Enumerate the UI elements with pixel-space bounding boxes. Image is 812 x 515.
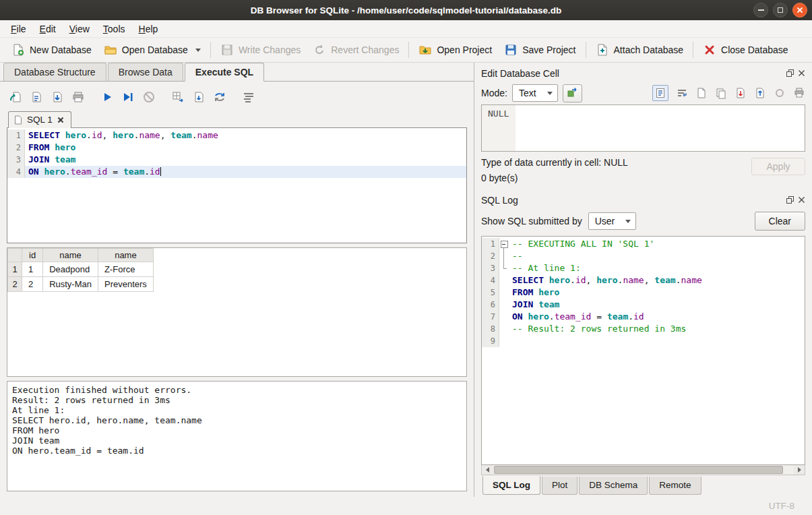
toolbar-separator bbox=[210, 42, 211, 58]
maximize-button[interactable] bbox=[773, 3, 788, 18]
scroll-track[interactable] bbox=[493, 465, 794, 475]
write-changes-button: Write Changes bbox=[214, 40, 307, 60]
cell-type-text: Type of data currently in cell: NULL bbox=[481, 157, 628, 168]
results-header: idnamename bbox=[8, 249, 154, 262]
apply-button: Apply bbox=[751, 158, 805, 175]
print-icon bbox=[71, 90, 85, 104]
message-line: SELECT hero.id, hero.name, team.name bbox=[12, 415, 462, 425]
open-sql-file-button[interactable] bbox=[28, 88, 45, 106]
close-database-icon bbox=[703, 43, 716, 57]
open-project-button[interactable]: Open Project bbox=[412, 40, 498, 60]
menu-edit[interactable]: Edit bbox=[33, 22, 63, 36]
save-sql-file-button[interactable] bbox=[49, 88, 66, 106]
scroll-right-button[interactable] bbox=[794, 465, 805, 475]
attach-database-button[interactable]: Attach Database bbox=[590, 40, 690, 60]
sql-file-tab[interactable]: SQL 1 bbox=[8, 111, 71, 128]
close-icon bbox=[797, 7, 803, 13]
dock-tab-remote[interactable]: Remote bbox=[649, 477, 701, 495]
menu-tools[interactable]: Tools bbox=[96, 22, 132, 36]
execution-message-log: Execution finished without errors.Result… bbox=[7, 381, 467, 491]
scroll-left-button[interactable] bbox=[482, 465, 493, 475]
open-database-button[interactable]: Open Database bbox=[98, 40, 207, 60]
close-panel-icon[interactable] bbox=[798, 196, 805, 204]
auto-detect-mode-button[interactable] bbox=[563, 84, 582, 102]
line-number: 4 bbox=[482, 274, 499, 286]
set-null-icon[interactable] bbox=[774, 87, 786, 99]
execute-all-button[interactable] bbox=[98, 88, 116, 106]
line-number: 8 bbox=[482, 323, 499, 335]
code-line: 1SELECT hero.id, hero.name, team.name bbox=[7, 129, 466, 142]
mode-combobox[interactable]: Text bbox=[512, 84, 558, 102]
open-document-icon[interactable] bbox=[695, 87, 708, 99]
titlebar[interactable]: DB Browser for SQLite - /home/user/code/… bbox=[0, 0, 812, 20]
clear-log-button[interactable]: Clear bbox=[755, 212, 805, 231]
line-number: 1 bbox=[7, 129, 25, 142]
float-panel-icon[interactable] bbox=[786, 69, 794, 77]
dock-tab-db-schema[interactable]: DB Schema bbox=[579, 477, 648, 495]
window-controls bbox=[753, 3, 807, 18]
close-sql-tab-icon[interactable] bbox=[57, 117, 64, 123]
result-cell[interactable]: Deadpond bbox=[43, 262, 98, 277]
row-number[interactable]: 2 bbox=[8, 277, 22, 292]
log-horizontal-scrollbar[interactable] bbox=[481, 465, 805, 475]
open-database-dropdown-icon[interactable] bbox=[195, 49, 201, 52]
menu-file[interactable]: File bbox=[4, 22, 33, 36]
float-panel-icon[interactable] bbox=[786, 196, 794, 204]
fold-column bbox=[499, 286, 509, 299]
column-header[interactable]: name bbox=[43, 249, 98, 262]
find-replace-button[interactable] bbox=[211, 88, 228, 106]
new-database-button[interactable]: New Database bbox=[5, 40, 98, 60]
save-results-icon bbox=[192, 90, 206, 104]
export-results-button[interactable] bbox=[169, 88, 187, 106]
column-header[interactable]: id bbox=[22, 249, 43, 262]
auto-detect-mode-icon bbox=[566, 87, 578, 99]
close-database-button[interactable]: Close Database bbox=[697, 40, 794, 60]
tab-browse-data[interactable]: Browse Data bbox=[108, 63, 183, 81]
minimize-button[interactable] bbox=[753, 3, 768, 18]
code-text: JOIN team bbox=[509, 299, 805, 311]
dock-tab-plot[interactable]: Plot bbox=[542, 477, 577, 495]
line-number: 7 bbox=[482, 311, 499, 323]
toolbar-separator bbox=[408, 42, 409, 58]
scroll-thumb[interactable] bbox=[494, 466, 783, 474]
import-cell-icon[interactable] bbox=[735, 87, 747, 99]
menu-view[interactable]: View bbox=[63, 22, 96, 36]
copy-cell-icon[interactable] bbox=[715, 87, 727, 99]
cell-value-editor[interactable]: NULL bbox=[481, 104, 805, 152]
dock-tab-sql-log[interactable]: SQL Log bbox=[482, 476, 540, 495]
result-cell[interactable]: Rusty-Man bbox=[43, 277, 98, 292]
save-project-button[interactable]: Save Project bbox=[498, 40, 582, 60]
sql-editor[interactable]: 1SELECT hero.id, hero.name, team.name2FR… bbox=[7, 127, 467, 243]
export-cell-icon[interactable] bbox=[754, 87, 766, 99]
code-line: 5FROM hero bbox=[482, 286, 805, 299]
print-cell-icon[interactable] bbox=[793, 87, 805, 99]
result-cell[interactable]: 1 bbox=[22, 262, 43, 277]
row-number[interactable]: 1 bbox=[8, 262, 22, 277]
sql-log-header: SQL Log bbox=[481, 191, 805, 208]
right-dock: Edit Database Cell Mode: Text bbox=[474, 63, 812, 497]
sql-log-view[interactable]: 1-- EXECUTING ALL IN 'SQL 1'2--3-- At li… bbox=[481, 236, 805, 465]
menu-help[interactable]: Help bbox=[132, 22, 165, 36]
tab-database-structure[interactable]: Database Structure bbox=[3, 63, 106, 81]
text-mode-toggle[interactable] bbox=[652, 85, 668, 101]
print-sql-button[interactable] bbox=[69, 88, 87, 106]
save-results-button[interactable] bbox=[190, 88, 208, 106]
open-sql-tab-button[interactable] bbox=[7, 88, 24, 106]
result-cell[interactable]: 2 bbox=[22, 277, 43, 292]
word-wrap-icon[interactable] bbox=[676, 87, 688, 99]
table-row: 11DeadpondZ-Force bbox=[8, 262, 154, 277]
column-header[interactable]: name bbox=[98, 249, 153, 262]
fold-marker-icon bbox=[499, 262, 509, 274]
execute-line-button[interactable] bbox=[119, 88, 137, 106]
tab-execute-sql[interactable]: Execute SQL bbox=[185, 63, 264, 82]
line-number: 2 bbox=[7, 142, 25, 154]
close-panel-icon[interactable] bbox=[798, 69, 805, 77]
log-filter-combobox[interactable]: User bbox=[588, 212, 637, 230]
fold-marker-icon[interactable] bbox=[499, 238, 509, 250]
close-button[interactable] bbox=[792, 3, 807, 18]
fold-column bbox=[499, 323, 509, 335]
sql-file-tab-bar: SQL 1 bbox=[7, 110, 467, 127]
result-cell[interactable]: Preventers bbox=[98, 277, 153, 292]
result-cell[interactable]: Z-Force bbox=[98, 262, 153, 277]
format-sql-button[interactable] bbox=[240, 88, 257, 106]
